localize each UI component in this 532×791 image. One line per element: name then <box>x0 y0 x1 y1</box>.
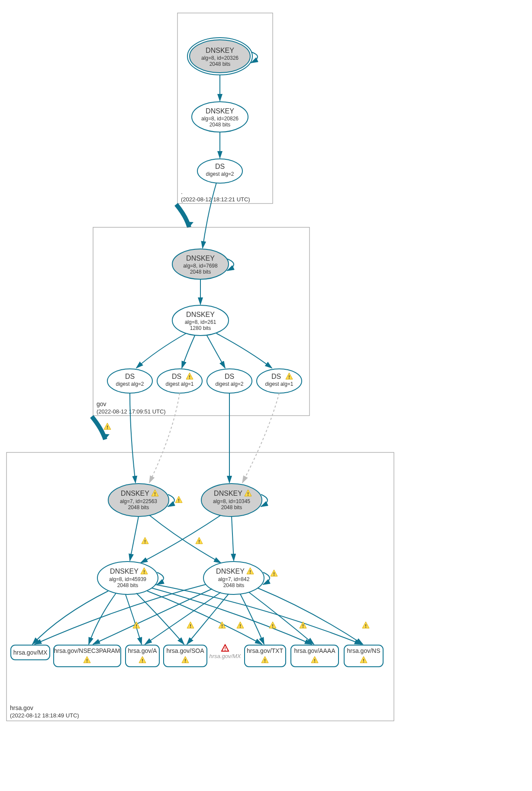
svg-text:DNSKEY: DNSKEY <box>216 568 245 575</box>
edge <box>155 584 361 644</box>
svg-text:DNSKEY: DNSKEY <box>186 311 215 318</box>
svg-text:hrsa.gov/SOA: hrsa.gov/SOA <box>166 647 204 654</box>
svg-text:2048 bits: 2048 bits <box>190 269 211 275</box>
node-hrsa-dnskey4: DNSKEY alg=7, id=842 2048 bits <box>203 562 264 594</box>
svg-text:alg=8, id=10345: alg=8, id=10345 <box>213 498 250 504</box>
node-gov-dnskey-ksk: DNSKEY alg=8, id=7698 2048 bits <box>172 249 229 279</box>
node-hrsa-dnskey2: DNSKEY alg=8, id=10345 2048 bits <box>201 484 262 517</box>
edge <box>258 588 363 644</box>
svg-text:hrsa.gov/NS: hrsa.gov/NS <box>347 647 380 654</box>
node-root-ds: DS digest alg=2 <box>197 159 242 183</box>
node-gov-ds4: DS digest alg=1 <box>257 369 302 393</box>
svg-text:2048 bits: 2048 bits <box>210 122 231 128</box>
edge <box>130 393 135 483</box>
svg-text:DNSKEY: DNSKEY <box>206 47 234 54</box>
svg-text:DS: DS <box>172 373 181 380</box>
rrset-txt: hrsa.gov/TXT <box>245 645 286 667</box>
edge-dashed <box>149 393 180 483</box>
svg-text:hrsa.gov/MX: hrsa.gov/MX <box>13 649 48 656</box>
svg-text:digest alg=1: digest alg=1 <box>265 381 293 387</box>
rrset-a: hrsa.gov/A <box>126 645 159 667</box>
svg-text:DS: DS <box>271 373 281 380</box>
warning-icon <box>300 622 306 629</box>
svg-text:2048 bits: 2048 bits <box>128 504 149 510</box>
warning-icon <box>271 570 277 577</box>
svg-text:2048 bits: 2048 bits <box>117 582 139 588</box>
warning-icon <box>237 622 244 629</box>
svg-text:hrsa.gov/AAAA: hrsa.gov/AAAA <box>294 647 336 654</box>
svg-text:DS: DS <box>125 373 135 380</box>
rrset-soa: hrsa.gov/SOA <box>164 645 207 667</box>
dnssec-graph: ! ! . (2022-08-12 18:12:21 UTC) DNSKEY a… <box>0 0 532 791</box>
rrset-aaaa: hrsa.gov/AAAA <box>291 645 339 667</box>
edge <box>216 333 272 368</box>
svg-text:alg=8, id=20326: alg=8, id=20326 <box>201 55 239 61</box>
node-root-dnskey-ksk: DNSKEY alg=8, id=20326 2048 bits <box>187 38 252 75</box>
node-hrsa-dnskey1: DNSKEY alg=7, id=22563 2048 bits <box>108 484 169 517</box>
node-gov-ds1: DS digest alg=2 <box>107 369 152 393</box>
edge <box>182 336 195 368</box>
rrset-mx: hrsa.gov/MX <box>11 645 50 660</box>
warning-icon <box>104 423 111 430</box>
svg-text:digest alg=2: digest alg=2 <box>215 381 243 387</box>
zone-gov-time: (2022-08-12 17:09:51 UTC) <box>97 408 166 415</box>
svg-text:1280 bits: 1280 bits <box>190 325 211 331</box>
node-gov-ds3: DS digest alg=2 <box>207 369 252 393</box>
node-gov-dnskey-zsk: DNSKEY alg=8, id=261 1280 bits <box>172 305 229 336</box>
svg-text:DNSKEY: DNSKEY <box>206 107 234 115</box>
svg-text:digest alg=2: digest alg=2 <box>116 381 144 387</box>
edge <box>249 592 314 644</box>
svg-text:hrsa.gov/TXT: hrsa.gov/TXT <box>247 647 283 654</box>
svg-text:DS: DS <box>225 373 234 380</box>
svg-text:2048 bits: 2048 bits <box>223 582 245 588</box>
warning-icon <box>196 537 203 544</box>
edge <box>145 592 221 644</box>
edge <box>207 336 225 368</box>
edge <box>152 588 312 644</box>
node-hrsa-dnskey3: DNSKEY alg=8, id=45939 2048 bits <box>97 562 158 594</box>
rrset-mx-ghost: hrsa.gov/MX <box>210 645 242 659</box>
error-icon <box>222 645 229 652</box>
svg-text:alg=7, id=842: alg=7, id=842 <box>218 576 250 582</box>
edge <box>32 591 108 644</box>
edge <box>203 183 216 248</box>
node-root-dnskey-zsk: DNSKEY alg=8, id=20826 2048 bits <box>192 102 248 132</box>
edge <box>232 517 234 561</box>
zone-hrsa <box>6 452 394 721</box>
warning-icon <box>175 496 182 503</box>
warning-icon <box>269 622 276 629</box>
rrset-nsec3param: hrsa.gov/NSEC3PARAM <box>54 645 121 667</box>
edge <box>126 594 142 644</box>
zone-hrsa-time: (2022-08-12 18:18:49 UTC) <box>10 712 79 719</box>
zone-hrsa-name: hrsa.gov <box>10 704 33 711</box>
zone-root-name: . <box>181 188 183 195</box>
warning-icon <box>142 537 148 544</box>
svg-text:2048 bits: 2048 bits <box>221 504 242 510</box>
svg-text:hrsa.gov/A: hrsa.gov/A <box>128 647 158 654</box>
svg-text:alg=8, id=7698: alg=8, id=7698 <box>183 263 218 269</box>
svg-text:hrsa.gov/MX: hrsa.gov/MX <box>210 653 242 659</box>
node-gov-ds2: DS digest alg=1 <box>157 369 202 393</box>
warning-icon <box>362 622 369 629</box>
edge <box>89 593 116 644</box>
edge <box>136 593 184 644</box>
svg-text:DS: DS <box>215 163 225 170</box>
svg-text:2048 bits: 2048 bits <box>210 61 231 67</box>
svg-text:digest alg=2: digest alg=2 <box>206 171 234 177</box>
svg-text:DNSKEY: DNSKEY <box>186 255 215 262</box>
svg-text:DNSKEY: DNSKEY <box>121 490 149 497</box>
warning-icon <box>187 622 194 629</box>
svg-text:alg=7, id=22563: alg=7, id=22563 <box>120 498 157 504</box>
svg-text:alg=8, id=20826: alg=8, id=20826 <box>201 116 239 122</box>
edge <box>136 333 186 368</box>
svg-text:digest alg=1: digest alg=1 <box>165 381 193 387</box>
edge <box>130 517 139 561</box>
svg-text:DNSKEY: DNSKEY <box>214 490 242 497</box>
svg-text:hrsa.gov/NSEC3PARAM: hrsa.gov/NSEC3PARAM <box>54 647 120 654</box>
svg-text:alg=8, id=261: alg=8, id=261 <box>185 319 216 325</box>
svg-text:DNSKEY: DNSKEY <box>110 568 139 575</box>
zone-root-time: (2022-08-12 18:12:21 UTC) <box>181 196 250 203</box>
rrset-ns: hrsa.gov/NS <box>344 645 383 667</box>
zone-gov-name: gov <box>97 400 106 407</box>
edge-dashed <box>242 393 279 483</box>
